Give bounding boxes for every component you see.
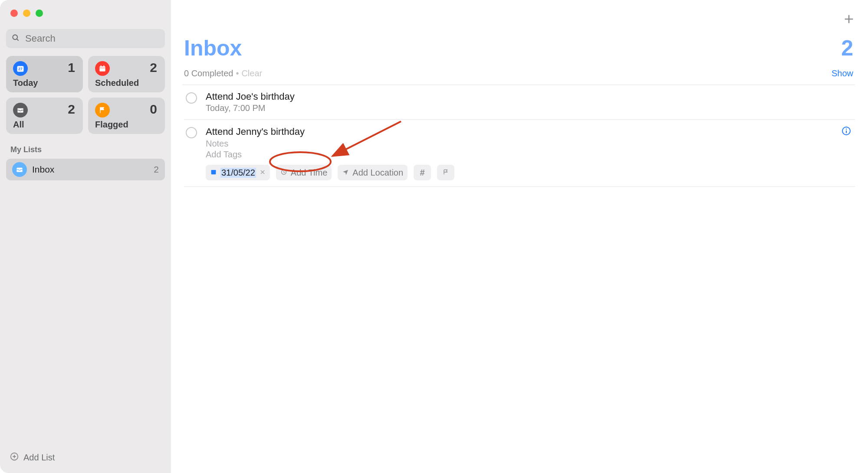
smart-tile-flagged[interactable]: 0 Flagged <box>88 98 165 134</box>
svg-rect-5 <box>99 66 105 72</box>
svg-rect-20 <box>211 170 216 171</box>
title-row: Inbox 2 <box>182 36 855 61</box>
window-traffic-lights <box>6 0 165 23</box>
add-time-chip[interactable]: Add Time <box>276 165 332 180</box>
flag-icon <box>95 103 110 117</box>
smart-tile-count: 1 <box>68 60 75 75</box>
search-wrap <box>6 29 165 48</box>
zoom-window-button[interactable] <box>36 10 43 17</box>
dot-separator: • <box>236 69 239 78</box>
add-location-chip[interactable]: Add Location <box>338 165 408 180</box>
list-count: 2 <box>154 164 159 175</box>
app-window: 27 1 Today 2 Scheduled 2 All <box>0 0 868 473</box>
minimize-window-button[interactable] <box>23 10 30 17</box>
svg-point-18 <box>846 129 847 130</box>
tray-icon <box>13 103 28 117</box>
date-value[interactable]: 31/05/22 <box>220 168 256 178</box>
main-toolbar <box>182 13 855 28</box>
reminder-item-editing[interactable]: Attend Jenny's birthday Notes Add Tags 3… <box>184 120 855 187</box>
svg-rect-9 <box>100 107 100 113</box>
calendar-icon <box>95 61 110 76</box>
clock-icon <box>280 168 287 178</box>
main-content: Inbox 2 0 Completed • Clear Show Attend … <box>171 0 868 473</box>
smart-tile-scheduled[interactable]: 2 Scheduled <box>88 56 165 92</box>
my-lists-header: My Lists <box>10 145 165 154</box>
date-chip[interactable]: 31/05/22 <box>206 165 270 180</box>
add-flag-chip[interactable] <box>437 165 454 180</box>
smart-tile-count: 0 <box>150 102 157 117</box>
smart-lists-grid: 27 1 Today 2 Scheduled 2 All <box>6 56 165 134</box>
smart-tile-label: Flagged <box>95 120 128 130</box>
hash-icon: # <box>420 168 425 178</box>
reminder-item[interactable]: Attend Joe's birthday Today, 7:00 PM <box>184 85 855 120</box>
svg-rect-8 <box>99 68 105 68</box>
show-completed-button[interactable]: Show <box>832 69 853 78</box>
flag-outline-icon <box>442 168 449 178</box>
list-name: Inbox <box>32 164 148 175</box>
smart-tile-label: All <box>13 120 24 130</box>
reminder-body: Attend Joe's birthday Today, 7:00 PM <box>206 91 852 113</box>
add-reminder-button[interactable] <box>843 13 855 28</box>
notes-field[interactable]: Notes <box>206 139 852 149</box>
smart-tile-label: Today <box>13 78 38 88</box>
clear-completed-button[interactable]: Clear <box>241 69 262 78</box>
svg-point-0 <box>13 35 17 39</box>
close-window-button[interactable] <box>10 10 18 17</box>
add-time-label: Add Time <box>291 168 327 178</box>
svg-text:27: 27 <box>18 67 23 71</box>
reminder-body: Attend Jenny's birthday Notes Add Tags 3… <box>206 126 852 180</box>
completed-label: 0 Completed <box>184 69 233 78</box>
list-row-inbox[interactable]: Inbox 2 <box>6 159 165 180</box>
add-tags-field[interactable]: Add Tags <box>206 150 852 160</box>
svg-rect-6 <box>101 65 102 67</box>
clear-date-button[interactable] <box>260 168 266 177</box>
add-list-label: Add List <box>23 453 55 463</box>
complete-checkbox[interactable] <box>186 127 197 138</box>
search-icon <box>11 33 20 44</box>
chip-row: 31/05/22 Add Time <box>206 165 852 180</box>
list-icon <box>12 162 27 177</box>
smart-tile-count: 2 <box>68 102 75 117</box>
smart-tile-label: Scheduled <box>95 78 139 88</box>
search-field[interactable] <box>6 29 165 48</box>
svg-line-1 <box>17 39 19 41</box>
search-input[interactable] <box>24 33 160 45</box>
add-location-label: Add Location <box>352 168 403 178</box>
calendar-today-icon: 27 <box>13 61 28 76</box>
sidebar: 27 1 Today 2 Scheduled 2 All <box>0 0 171 473</box>
reminder-title[interactable]: Attend Joe's birthday <box>206 91 852 102</box>
smart-tile-today[interactable]: 27 1 Today <box>6 56 83 92</box>
completed-row: 0 Completed • Clear Show <box>182 69 855 78</box>
svg-rect-7 <box>104 65 105 67</box>
reminder-due: Today, 7:00 PM <box>206 103 852 113</box>
add-tag-chip[interactable]: # <box>414 165 431 180</box>
plus-circle-icon <box>10 452 19 463</box>
list-total-count: 2 <box>841 36 853 61</box>
info-button[interactable] <box>841 126 852 138</box>
calendar-small-icon <box>210 168 217 178</box>
smart-tile-count: 2 <box>150 60 157 75</box>
complete-checkbox[interactable] <box>186 92 197 104</box>
list-title: Inbox <box>184 36 242 61</box>
svg-rect-10 <box>16 168 22 172</box>
reminder-title[interactable]: Attend Jenny's birthday <box>206 126 841 137</box>
location-arrow-icon <box>342 168 349 178</box>
add-list-button[interactable]: Add List <box>6 446 165 473</box>
smart-tile-all[interactable]: 2 All <box>6 98 83 134</box>
